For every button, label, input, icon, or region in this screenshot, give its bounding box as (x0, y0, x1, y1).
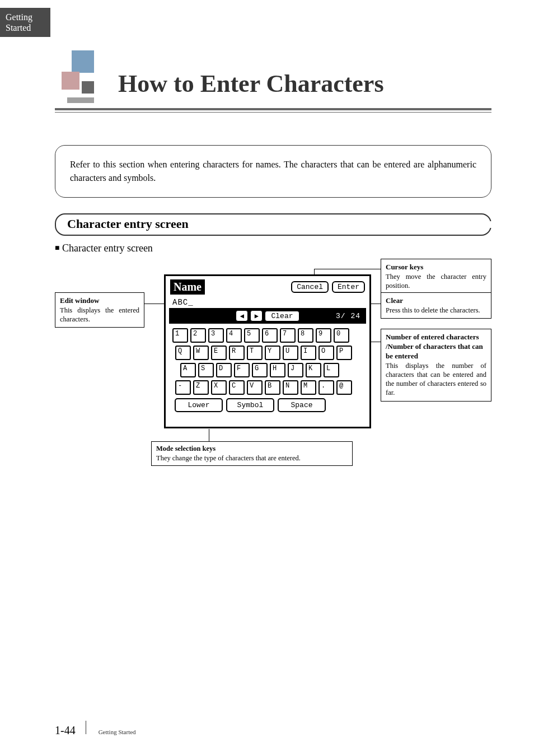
key[interactable]: 8 (298, 328, 313, 343)
callout-count-title: Number of entered characters /Number of … (386, 333, 486, 361)
subsection-heading: ■ Character entry screen (55, 242, 491, 254)
key[interactable]: 6 (262, 328, 278, 343)
key-row: A S D F G H J K L (180, 363, 363, 377)
mode-row: Lower Symbol Space (172, 398, 363, 412)
key[interactable]: F (234, 363, 250, 377)
screen-title: Name (170, 279, 205, 295)
key-row: 1 2 3 4 5 6 7 8 9 0 (172, 328, 363, 343)
key[interactable]: H (270, 363, 285, 377)
intro-text: Refer to this section when entering char… (70, 160, 476, 183)
callout-mode-title: Mode selection keys (156, 444, 348, 454)
leader-line (314, 269, 381, 269)
callout-clear-title: Clear (386, 296, 486, 306)
subsection-text: Character entry screen (62, 242, 153, 254)
callout-mode-keys: Mode selection keys They change the type… (151, 441, 353, 466)
key[interactable]: 2 (190, 328, 206, 343)
section-header: Character entry screen (55, 213, 491, 236)
key[interactable]: C (229, 380, 245, 395)
key[interactable]: 5 (244, 328, 260, 343)
clear-button[interactable]: Clear (265, 311, 299, 321)
diagram: Edit window This displays the entered ch… (55, 259, 491, 488)
footer-separator (86, 721, 86, 734)
title-row: How to Enter Characters (55, 50, 491, 104)
callout-count-desc: This displays the number of characters t… (386, 361, 486, 398)
key[interactable]: A (180, 363, 196, 377)
device-screen: Name Cancel Enter ABC_ ◀ ▶ Clear 3/ 24 1… (164, 274, 371, 428)
key[interactable]: J (288, 363, 303, 377)
key[interactable]: I (301, 346, 316, 360)
key[interactable]: S (198, 363, 214, 377)
mode-symbol-button[interactable]: Symbol (226, 398, 274, 412)
key[interactable]: 9 (316, 328, 331, 343)
key[interactable]: U (283, 346, 298, 360)
callout-edit-window-desc: This displays the entered characters. (60, 306, 139, 324)
page-footer: 1-44 Getting Started (55, 721, 136, 737)
key[interactable]: - (175, 380, 191, 395)
mode-lower-button[interactable]: Lower (175, 398, 223, 412)
key[interactable]: B (265, 380, 280, 395)
key[interactable]: P (336, 346, 352, 360)
key[interactable]: Y (265, 346, 280, 360)
callout-clear-desc: Press this to delete the characters. (386, 306, 486, 315)
char-count: 3/ 24 (336, 312, 360, 320)
key-row: - Z X C V B N M . @ (175, 380, 363, 395)
footer-section: Getting Started (99, 729, 136, 735)
key[interactable]: K (306, 363, 321, 377)
key[interactable]: O (318, 346, 334, 360)
cursor-left-button[interactable]: ◀ (236, 310, 248, 321)
key[interactable]: 7 (280, 328, 296, 343)
cursor-right-button[interactable]: ▶ (250, 310, 263, 321)
tab-line2: Started (6, 22, 50, 33)
key[interactable]: N (283, 380, 298, 395)
key[interactable]: E (211, 346, 227, 360)
key[interactable]: L (324, 363, 339, 377)
page-number: 1-44 (55, 724, 76, 737)
square-bullet-icon: ■ (55, 244, 59, 252)
key[interactable]: . (318, 380, 334, 395)
callout-mode-desc: They change the type of characters that … (156, 454, 348, 463)
key[interactable]: V (247, 380, 263, 395)
callout-cursor-keys: Cursor keys They move the character entr… (381, 259, 491, 294)
key[interactable]: R (229, 346, 245, 360)
section-header-text: Character entry screen (67, 217, 189, 231)
key[interactable]: G (252, 363, 268, 377)
key[interactable]: W (193, 346, 209, 360)
key[interactable]: Z (193, 380, 209, 395)
key-row: Q W E R T Y U I O P (175, 346, 363, 360)
cursor-bar: ◀ ▶ Clear 3/ 24 (169, 308, 366, 324)
title-blocks-icon (55, 50, 108, 104)
callout-edit-window: Edit window This displays the entered ch… (55, 292, 144, 328)
key[interactable]: 4 (226, 328, 242, 343)
keyboard: 1 2 3 4 5 6 7 8 9 0 Q W E R T Y (169, 324, 366, 412)
intro-box: Refer to this section when entering char… (55, 145, 491, 198)
key[interactable]: D (216, 363, 232, 377)
cancel-button[interactable]: Cancel (291, 281, 329, 293)
callout-cursor-title: Cursor keys (386, 263, 486, 272)
edit-field[interactable]: ABC_ (169, 297, 366, 307)
key[interactable]: 3 (208, 328, 224, 343)
key[interactable]: @ (336, 380, 352, 395)
key[interactable]: T (247, 346, 263, 360)
key[interactable]: 1 (172, 328, 188, 343)
leader-line (209, 429, 209, 441)
mode-space-button[interactable]: Space (278, 398, 326, 412)
title-rule (55, 108, 491, 113)
key[interactable]: 0 (334, 328, 349, 343)
callout-clear: Clear Press this to delete the character… (381, 292, 491, 319)
key[interactable]: M (301, 380, 316, 395)
callout-cursor-desc: They move the character entry position. (386, 272, 486, 291)
enter-button[interactable]: Enter (332, 281, 365, 293)
callout-edit-window-title: Edit window (60, 296, 139, 306)
chapter-tab: Getting Started (0, 8, 50, 37)
callout-count: Number of entered characters /Number of … (381, 329, 491, 402)
key[interactable]: X (211, 380, 227, 395)
tab-line1: Getting (6, 12, 50, 22)
page-title: How to Enter Characters (118, 69, 384, 98)
key[interactable]: Q (175, 346, 191, 360)
